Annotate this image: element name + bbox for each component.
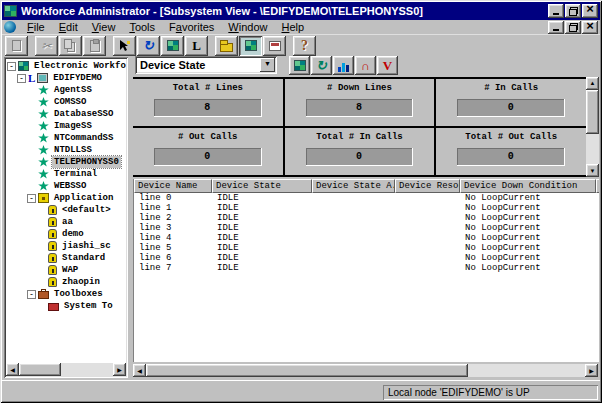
menu-items: FileEditViewToolsFavoritesWindowHelp [20,21,548,33]
collapse-icon[interactable]: - [27,194,36,203]
label-view-button[interactable]: L [185,36,208,56]
stats-vscrollbar[interactable] [586,77,599,177]
tree-item-default[interactable]: <default> [6,204,126,216]
column-header-device-name[interactable]: Device Name [134,179,212,193]
chart-button[interactable] [333,56,354,75]
tree-item-terminal[interactable]: Terminal [6,168,126,180]
scroll-right-icon[interactable] [585,364,598,377]
restore-button[interactable] [565,4,581,18]
refresh-button[interactable] [137,36,160,56]
menu-item-favorites[interactable]: Favorites [162,21,221,33]
paste-icon [90,40,100,52]
table-row[interactable]: line 1IDLENo LoopCurrent [134,203,599,213]
menu-item-tools[interactable]: Tools [122,21,162,33]
scroll-left-icon[interactable] [133,364,146,377]
menu-item-window[interactable]: Window [221,21,274,33]
collapse-icon[interactable]: - [27,290,36,299]
column-header-device-state-a[interactable]: Device State A... [312,179,395,193]
restore-icon [569,23,578,32]
app-item-icon [48,205,57,215]
child-minimize-button[interactable] [548,21,564,34]
child-close-button[interactable] [582,21,598,34]
table-row[interactable]: line 6IDLENo LoopCurrent [134,253,599,263]
tree-item-label: AgentSS [52,84,94,96]
view-selector[interactable]: Device State [135,56,277,74]
tree-item-imagess[interactable]: ImageSS [6,120,126,132]
close-button[interactable] [582,4,598,18]
table-row[interactable]: line 4IDLENo LoopCurrent [134,233,599,243]
menu-item-file[interactable]: File [20,21,52,33]
table-row[interactable]: line 2IDLENo LoopCurrent [134,213,599,223]
tree-item-system-to[interactable]: System To [6,300,126,312]
scroll-up-icon[interactable] [586,77,599,90]
table-row[interactable]: line 5IDLENo LoopCurrent [134,243,599,253]
help-button[interactable] [293,36,316,56]
table-hscrollbar[interactable] [133,364,598,377]
tree-item-websso[interactable]: WEBSSO [6,180,126,192]
validate-button[interactable] [377,56,398,75]
table-cell: No LoopCurrent [460,243,596,253]
tree-item-standard[interactable]: Standard [6,252,126,264]
table-cell: No LoopCurrent [460,203,596,213]
menu-item-view[interactable]: View [85,21,123,33]
subsystem-view-button[interactable] [239,36,262,56]
scroll-thumb[interactable] [586,90,599,134]
scroll-thumb[interactable] [146,364,468,377]
tree-item-ntcommandss[interactable]: NTCommandSS [6,132,126,144]
subsystem-button[interactable] [289,56,310,75]
window-view-button[interactable] [263,36,286,56]
menu-item-edit[interactable]: Edit [52,21,85,33]
tree-item-electronic-workfor[interactable]: -Electronic Workfor [6,60,126,72]
tree-item-ntdllss[interactable]: NTDLLSS [6,144,126,156]
table-cell: IDLE [212,263,312,273]
magnet-button[interactable] [355,56,376,75]
scroll-right-icon[interactable] [113,363,126,376]
subsystem-icon [294,60,306,71]
menu-item-help[interactable]: Help [274,21,311,33]
cut-button[interactable] [35,36,58,56]
tree-item-demo[interactable]: demo [6,228,126,240]
stats-grid: Total # Lines8# Down Lines8# In Calls0# … [133,77,586,177]
stat-label: # Out Calls [133,132,283,142]
collapse-icon[interactable]: - [7,62,16,71]
copy-button[interactable] [59,36,82,56]
paste-button[interactable] [83,36,106,56]
tree-item-edifydemo[interactable]: -LEDIFYDEMO [6,72,126,84]
select-tool-button[interactable] [113,36,136,56]
tree-item-telephonyss0[interactable]: TELEPHONYSS0 [6,156,126,168]
workforce-button[interactable] [161,36,184,56]
new-button[interactable] [5,36,28,56]
table-row[interactable]: line 3IDLENo LoopCurrent [134,223,599,233]
scroll-thumb[interactable] [19,363,61,376]
tree-item-label: Terminal [52,168,99,180]
tree-item-jiashi-sc[interactable]: jiashi_sc [6,240,126,252]
dropdown-arrow-icon[interactable] [260,58,275,72]
tree-item-aa[interactable]: aa [6,216,126,228]
column-header-device-resou[interactable]: Device Resou... [395,179,460,193]
auto-refresh-button[interactable] [311,56,332,75]
table-cell: No LoopCurrent [460,223,596,233]
table-row[interactable]: line 0IDLENo LoopCurrent [134,193,599,203]
tree-item-wap[interactable]: WAP [6,264,126,276]
table-cell: line 3 [134,223,212,233]
tree-item-label: jiashi_sc [60,240,113,252]
table-row[interactable]: line 7IDLENo LoopCurrent [134,263,599,273]
column-header-device-state[interactable]: Device State [212,179,312,193]
scroll-left-icon[interactable] [6,363,19,376]
tree-item-toolboxes[interactable]: -Toolboxes [6,288,126,300]
open-folder-button[interactable] [215,36,238,56]
subsystem-icon [38,85,49,95]
tree-item-application[interactable]: -Application [6,192,126,204]
column-header-blank[interactable] [596,179,599,193]
child-restore-button[interactable] [565,21,581,34]
tree-item-databasesso[interactable]: DatabaseSSO [6,108,126,120]
tree-item-comsso[interactable]: COMSSO [6,96,126,108]
tree-item-zhaopin[interactable]: zhaopin [6,276,126,288]
tree-hscrollbar[interactable] [6,363,126,376]
collapse-icon[interactable]: - [17,74,26,83]
scroll-down-icon[interactable] [586,164,599,177]
child-window-icon[interactable] [4,21,16,33]
minimize-button[interactable] [548,4,564,18]
column-header-device-down-condition[interactable]: Device Down Condition [460,179,596,193]
tree-item-agentss[interactable]: AgentSS [6,84,126,96]
